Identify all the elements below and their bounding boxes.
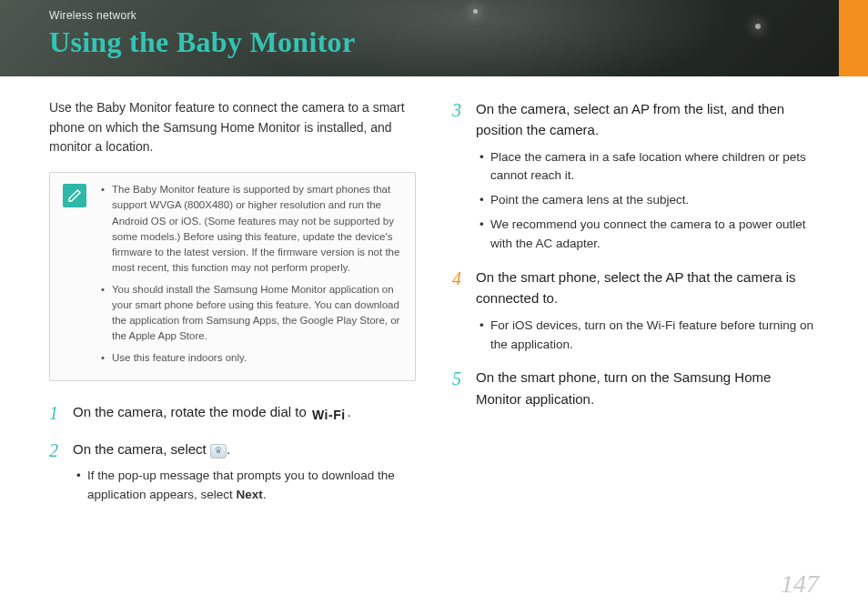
step-3-sub: Place the camera in a safe location wher… [476,148,819,255]
note-item: The Baby Monitor feature is supported by… [101,182,402,277]
content-area: Use the Baby Monitor feature to connect … [0,76,868,518]
sub-item: Point the camera lens at the subject. [479,191,819,210]
note-item: Use this feature indoors only. [101,350,402,366]
step-4: 4 On the smart phone, select the AP that… [452,267,819,354]
sub-item: If the pop-up message that prompts you t… [76,467,416,505]
step-5: 5 On the smart phone, turn on the Samsun… [452,367,819,409]
intro-text: Use the Baby Monitor feature to connect … [49,98,416,157]
step-text: On the camera, select an AP from the lis… [476,101,784,137]
step-text: On the camera, rotate the mode dial to [73,404,310,419]
note-icon [63,184,86,207]
step-text: On the smart phone, select the AP that t… [476,269,796,306]
wifi-icon: Wi-Fi [310,406,348,426]
sub-item: We recommend you connect the camera to a… [479,216,819,254]
page-header: Wireless network Using the Baby Monitor [0,0,868,76]
chapter-tab [839,0,868,76]
sub-item: Place the camera in a safe location wher… [479,148,819,187]
note-box: The Baby Monitor feature is supported by… [49,172,416,381]
step-text: On the camera, select [73,441,210,457]
left-column: Use the Baby Monitor feature to connect … [49,98,416,518]
step-4-sub: For iOS devices, turn on the Wi-Fi featu… [476,317,819,355]
step-3: 3 On the camera, select an AP from the l… [452,98,819,254]
note-item: You should install the Samsung Home Moni… [101,282,402,345]
step-1: 1 On the camera, rotate the mode dial to… [49,401,416,426]
step-number: 2 [49,437,58,465]
step-text-end: . [227,441,230,457]
step-number: 5 [452,365,461,393]
page-number: 147 [781,570,819,599]
step-number: 4 [452,265,461,293]
baby-monitor-icon [210,444,227,459]
page-title: Using the Baby Monitor [49,25,355,59]
step-text-end: . [348,404,351,419]
note-list: The Baby Monitor feature is supported by… [101,182,402,366]
step-number: 1 [49,399,58,428]
svg-point-1 [217,450,219,452]
sub-item: For iOS devices, turn on the Wi-Fi featu… [479,317,819,355]
step-text: On the smart phone, turn on the Samsung … [476,369,771,406]
steps-left: 1 On the camera, rotate the mode dial to… [49,401,416,505]
right-column: 3 On the camera, select an AP from the l… [452,98,819,518]
steps-right: 3 On the camera, select an AP from the l… [452,98,819,409]
step-2: 2 On the camera, select . If the pop-up … [49,439,416,505]
step-number: 3 [452,96,461,125]
step-2-sub: If the pop-up message that prompts you t… [73,467,416,505]
breadcrumb: Wireless network [49,9,136,22]
